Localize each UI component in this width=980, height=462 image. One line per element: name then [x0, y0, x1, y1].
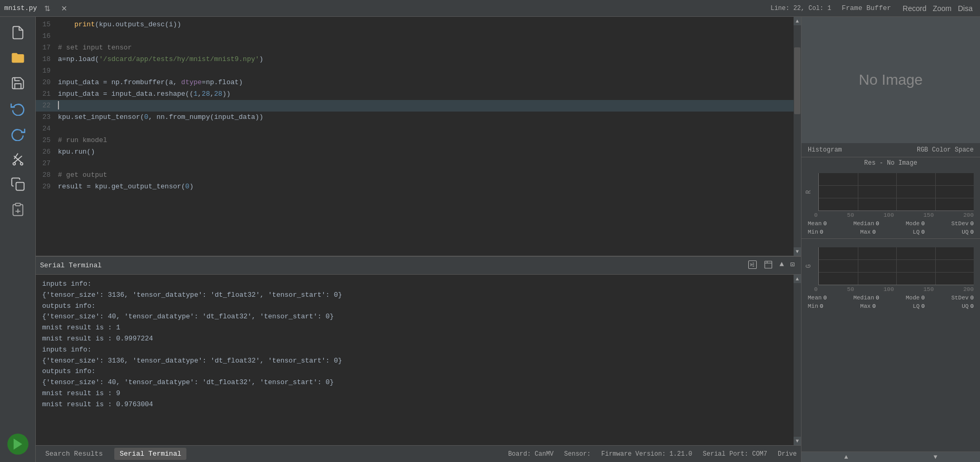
line-content[interactable]: kpu.set_input_tensor(0, nn.from_numpy(in… — [56, 112, 263, 123]
code-scroll[interactable]: 15 print(kpu.outputs_desc(i))1617# set i… — [36, 17, 794, 256]
scroll-thumb[interactable] — [794, 47, 800, 114]
code-line: 28# get output — [36, 169, 794, 181]
line-number: 28 — [36, 169, 56, 181]
scroll-down-arrow[interactable]: ▼ — [794, 247, 801, 256]
search-results-tab[interactable]: Search Results — [40, 448, 108, 460]
terminal-scroll-down[interactable]: ▼ — [794, 437, 801, 445]
sort-button[interactable]: ⇅ — [41, 3, 54, 14]
line-number: 25 — [36, 135, 56, 146]
code-line: 15 print(kpu.outputs_desc(i)) — [36, 19, 794, 31]
channel-label: R — [805, 190, 813, 194]
histogram-stats-row1: Mean 0Median 0Mode 0StDev 0 — [801, 294, 980, 302]
terminal-line: {'tensor_size': 40, 'tensor_datatype': '… — [42, 312, 787, 323]
line-content[interactable]: a=np.load('/sdcard/app/tests/hy/mnist/mn… — [56, 54, 263, 65]
stat-item: Min 0 — [808, 229, 823, 235]
right-panel-label: Frame Buffer — [842, 4, 891, 12]
text-cursor — [58, 101, 59, 109]
close-button[interactable]: ✕ — [58, 3, 71, 14]
histogram-section: R050100150200Mean 0Median 0Mode 0StDev 0… — [801, 169, 980, 451]
code-lines: 15 print(kpu.outputs_desc(i))1617# set i… — [36, 17, 794, 195]
code-line: 27 — [36, 158, 794, 169]
serial-port-info: Serial Port: COM7 — [703, 450, 767, 458]
x-axis-label: 100 — [884, 212, 894, 218]
line-content[interactable] — [56, 31, 58, 42]
code-line: 26kpu.run() — [36, 146, 794, 158]
save-icon[interactable] — [6, 72, 29, 95]
firmware-info: Firmware Version: 1.21.0 — [601, 450, 692, 458]
code-scrollbar: ▲ ▼ — [794, 17, 801, 256]
code-line: 19 — [36, 65, 794, 77]
terminal-line: {'tensor_size': 40, 'tensor_datatype': '… — [42, 377, 787, 388]
terminal-connect-icon[interactable] — [746, 259, 759, 273]
line-number: 17 — [36, 42, 56, 54]
stat-item: Min 0 — [808, 303, 823, 309]
right-scroll-up[interactable]: ▲ — [801, 452, 891, 462]
code-line: 18a=np.load('/sdcard/app/tests/hy/mnist/… — [36, 54, 794, 65]
board-info: Board: CanMV — [508, 450, 553, 458]
line-content[interactable]: # get output — [56, 169, 107, 181]
redo-icon[interactable] — [6, 122, 29, 145]
stat-item: Mode 0 — [906, 295, 925, 301]
stat-item: LQ 0 — [913, 303, 925, 309]
terminal-scroll-track[interactable] — [794, 283, 801, 437]
cut-icon[interactable] — [6, 147, 29, 170]
record-button[interactable]: Record — [899, 3, 929, 14]
title-area: mnist.py ⇅ ✕ — [4, 3, 770, 14]
terminal-scroll-up[interactable]: ▲ — [794, 275, 801, 283]
terminal-save-icon[interactable] — [761, 259, 775, 273]
x-axis-label: 0 — [814, 286, 818, 293]
terminal-content[interactable]: inputs info:{'tensor_size': 3136, 'tenso… — [36, 275, 794, 445]
line-content[interactable]: print(kpu.outputs_desc(i)) — [56, 19, 181, 31]
terminal-line: outputs info: — [42, 301, 787, 312]
stat-item: UQ 0 — [962, 229, 974, 235]
histogram-channel: R050100150200Mean 0Median 0Mode 0StDev 0… — [801, 169, 980, 243]
line-number: 27 — [36, 158, 56, 169]
terminal-line: mnist result is : 1 — [42, 323, 787, 334]
histogram-header: Histogram RGB Color Space — [801, 143, 980, 157]
scroll-track[interactable] — [794, 25, 801, 247]
run-icon[interactable] — [7, 434, 28, 455]
terminal-line: {'tensor_size': 3136, 'tensor_datatype':… — [42, 290, 787, 301]
new-file-icon[interactable] — [6, 21, 29, 44]
code-line: 21input_data = input_data.reshape((1,28,… — [36, 88, 794, 100]
terminal-expand-icon[interactable]: ▲ — [777, 259, 786, 273]
open-folder-icon[interactable] — [6, 46, 29, 69]
stat-item: Mean 0 — [808, 295, 827, 301]
line-content[interactable] — [56, 158, 58, 169]
line-number: 21 — [36, 88, 56, 100]
terminal-line: mnist result is : 0.9997224 — [42, 334, 787, 345]
histogram-stats-row2: Min 0Max 0LQ 0UQ 0 — [801, 228, 980, 236]
line-number: 23 — [36, 112, 56, 123]
terminal-scrollbar: ▲ ▼ — [794, 275, 801, 445]
scroll-up-arrow[interactable]: ▲ — [794, 17, 801, 25]
terminal-line: inputs info: — [42, 345, 787, 356]
line-number: 19 — [36, 65, 56, 77]
serial-terminal-tab[interactable]: Serial Terminal — [114, 448, 186, 460]
left-sidebar — [0, 17, 36, 462]
disable-button[interactable]: Disa — [955, 3, 976, 14]
right-scroll-down[interactable]: ▼ — [891, 452, 981, 462]
undo-icon[interactable] — [6, 97, 29, 120]
zoom-button[interactable]: Zoom — [929, 3, 955, 14]
code-line: 16 — [36, 31, 794, 42]
terminal-tab-label[interactable]: Serial Terminal — [40, 262, 102, 269]
line-content[interactable]: result = kpu.get_output_tensor(0) — [56, 181, 193, 193]
right-panel: No Image Histogram RGB Color Space Res -… — [801, 17, 980, 462]
line-content[interactable] — [56, 100, 59, 112]
channel-divider — [801, 238, 980, 239]
line-content[interactable]: input_data = np.frombuffer(a, dtype=np.f… — [56, 77, 243, 88]
line-content[interactable] — [56, 123, 58, 135]
x-axis-label: 150 — [923, 286, 934, 293]
line-content[interactable] — [56, 65, 58, 77]
stat-item: Max 0 — [860, 303, 876, 309]
line-content[interactable]: input_data = input_data.reshape((1,28,28… — [56, 88, 231, 100]
terminal-undock-icon[interactable]: ⊡ — [788, 259, 797, 273]
code-line: 29result = kpu.get_output_tensor(0) — [36, 181, 794, 193]
line-content[interactable]: # run kmodel — [56, 135, 107, 146]
x-axis-label: 150 — [923, 212, 934, 218]
copy-icon[interactable] — [6, 173, 29, 196]
line-content[interactable]: kpu.run() — [56, 146, 95, 158]
line-content[interactable]: # set input tensor — [56, 42, 132, 54]
paste-icon[interactable] — [6, 198, 29, 221]
x-axis-label: 0 — [814, 212, 818, 218]
